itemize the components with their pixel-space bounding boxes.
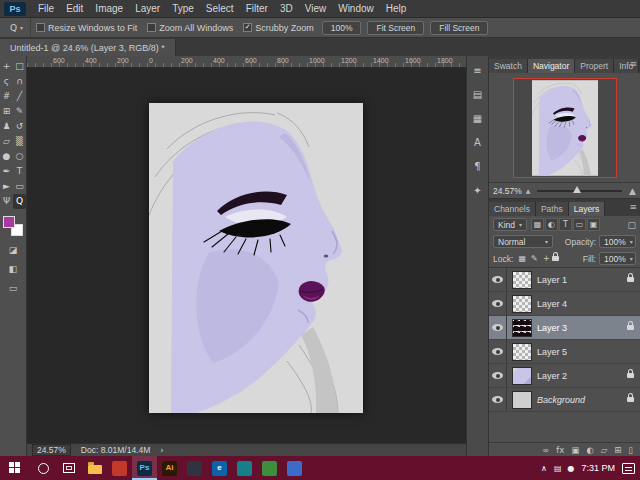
layer-row-background[interactable]: Background xyxy=(489,388,640,412)
visibility-toggle[interactable] xyxy=(489,364,507,387)
tab-propert[interactable]: Propert xyxy=(575,59,614,73)
task-view-button[interactable] xyxy=(56,456,82,480)
eraser-tool[interactable]: ▱ xyxy=(0,134,13,149)
dock-styles-icon[interactable]: ▤ xyxy=(470,88,486,101)
clone-stamp-tool[interactable]: ♟ xyxy=(0,119,13,134)
menu-file[interactable]: File xyxy=(32,0,60,17)
status-chevron-icon[interactable]: › xyxy=(160,445,163,455)
menu-3d[interactable]: 3D xyxy=(274,0,299,17)
taskbar-illustrator[interactable]: Ai xyxy=(157,456,182,480)
button-fill-screen[interactable]: Fill Screen xyxy=(430,21,488,35)
checkbox-resize-windows-to-fit[interactable]: Resize Windows to Fit xyxy=(36,23,137,33)
marquee-tool[interactable]: □ xyxy=(13,59,26,74)
status-zoom-value[interactable]: 24.57% xyxy=(32,444,71,456)
search-button[interactable] xyxy=(30,456,56,480)
link-layers-icon[interactable]: ∞ xyxy=(542,445,549,455)
visibility-toggle[interactable] xyxy=(489,268,507,291)
layer-row-layer-4[interactable]: Layer 4 xyxy=(489,292,640,316)
lock-all-icon[interactable] xyxy=(552,254,564,263)
filter-type-icon[interactable]: T xyxy=(559,218,572,231)
menu-edit[interactable]: Edit xyxy=(60,0,89,17)
action-center-icon[interactable] xyxy=(622,463,635,474)
menu-view[interactable]: View xyxy=(299,0,333,17)
panel-menu-icon[interactable]: ≡ xyxy=(629,59,637,69)
tab-paths[interactable]: Paths xyxy=(536,202,569,216)
zoom-in-icon[interactable]: ▲ xyxy=(629,186,636,196)
visibility-toggle[interactable] xyxy=(489,340,507,363)
checkbox-scrubby-zoom[interactable]: ✓Scrubby Zoom xyxy=(243,23,314,33)
default-colors-icon[interactable]: ◪ xyxy=(7,243,20,258)
path-selection-tool[interactable]: ► xyxy=(0,179,13,194)
move-tool[interactable]: + xyxy=(0,59,13,74)
visibility-toggle[interactable] xyxy=(489,292,507,315)
gradient-tool[interactable]: ▒ xyxy=(13,134,26,149)
navigator-zoom-value[interactable]: 24.57% xyxy=(493,186,522,196)
healing-brush-tool[interactable]: ⊞ xyxy=(0,104,13,119)
dock-history-icon[interactable]: ≡ xyxy=(470,64,486,77)
brush-tool[interactable]: ✎ xyxy=(13,104,26,119)
filter-smart-icon[interactable]: ▣ xyxy=(587,218,600,231)
tab-swatch[interactable]: Swatch xyxy=(489,59,528,73)
fill-dropdown[interactable]: 100% ▾ xyxy=(599,252,636,265)
tray-volume-icon[interactable]: ● xyxy=(567,464,574,473)
clock[interactable]: 7:31 PM xyxy=(581,464,615,473)
tool-preset-picker[interactable]: Q ▾ xyxy=(3,18,31,37)
menu-help[interactable]: Help xyxy=(380,0,413,17)
slider-handle[interactable] xyxy=(573,186,581,193)
dock-collapse-icon[interactable]: ✦ xyxy=(470,184,486,197)
document-page[interactable] xyxy=(149,103,363,413)
layer-thumbnail[interactable] xyxy=(512,295,532,313)
layer-thumbnail[interactable] xyxy=(512,343,532,361)
button-100[interactable]: 100% xyxy=(322,21,362,35)
tab-channels[interactable]: Channels xyxy=(489,202,536,216)
visibility-toggle[interactable] xyxy=(489,388,507,411)
menu-window[interactable]: Window xyxy=(332,0,380,17)
menu-image[interactable]: Image xyxy=(89,0,129,17)
menu-layer[interactable]: Layer xyxy=(129,0,166,17)
pen-tool[interactable]: ✒ xyxy=(0,164,13,179)
opacity-dropdown[interactable]: 100% ▾ xyxy=(599,235,636,248)
filter-shape-icon[interactable]: ▭ xyxy=(573,218,586,231)
taskbar-app-dark[interactable] xyxy=(182,456,207,480)
layer-row-layer-3[interactable]: Layer 3 xyxy=(489,316,640,340)
taskbar-edge[interactable]: e xyxy=(207,456,232,480)
adjustment-layer-icon[interactable]: ◐ xyxy=(586,445,593,455)
button-fit-screen[interactable]: Fit Screen xyxy=(367,21,424,35)
zoom-tool[interactable]: Q xyxy=(13,194,26,209)
menu-filter[interactable]: Filter xyxy=(240,0,274,17)
layer-row-layer-5[interactable]: Layer 5 xyxy=(489,340,640,364)
filter-pixel-icon[interactable]: ▦ xyxy=(531,218,544,231)
layer-thumbnail[interactable] xyxy=(512,391,532,409)
kind-dropdown[interactable]: Kind ▾ xyxy=(493,218,527,231)
add-mask-icon[interactable]: ▣ xyxy=(571,445,579,455)
crop-tool[interactable]: # xyxy=(0,89,13,104)
start-button[interactable] xyxy=(0,456,30,480)
layer-row-layer-2[interactable]: Layer 2 xyxy=(489,364,640,388)
quick-mask-icon[interactable]: ◧ xyxy=(7,262,20,277)
eyedropper-tool[interactable]: ╱ xyxy=(13,89,26,104)
type-tool[interactable]: T xyxy=(13,164,26,179)
filter-adjustment-icon[interactable]: ◐ xyxy=(545,218,558,231)
lock-paint-icon[interactable]: ✎ xyxy=(528,254,540,263)
panel-menu-icon[interactable]: ≡ xyxy=(629,202,637,212)
delete-layer-icon[interactable]: ▯ xyxy=(628,445,633,455)
navigator-zoom-slider[interactable] xyxy=(537,190,622,192)
taskbar-app-green[interactable] xyxy=(257,456,282,480)
tab-layers[interactable]: Layers xyxy=(569,202,606,216)
layer-thumbnail[interactable] xyxy=(512,271,532,289)
checkbox-zoom-all-windows[interactable]: Zoom All Windows xyxy=(147,23,233,33)
blur-tool[interactable]: ● xyxy=(0,149,13,164)
shape-tool[interactable]: ▭ xyxy=(13,179,26,194)
tray-network-icon[interactable]: ▤ xyxy=(554,464,562,473)
layer-row-layer-1[interactable]: Layer 1 xyxy=(489,268,640,292)
layer-thumbnail[interactable] xyxy=(512,319,532,337)
dock-swatches-icon[interactable]: ▦ xyxy=(470,112,486,125)
navigator-proxy-view[interactable] xyxy=(513,78,617,178)
horizontal-ruler[interactable]: 6004002000200400600800100012001400160018… xyxy=(27,56,466,68)
taskbar-file-explorer[interactable] xyxy=(82,456,107,480)
filter-toggle-icon[interactable]: ▢ xyxy=(627,220,636,230)
new-group-icon[interactable]: ▱ xyxy=(601,445,608,455)
quick-selection-tool[interactable]: ∩ xyxy=(13,74,26,89)
new-layer-icon[interactable]: ⊞ xyxy=(614,445,621,455)
dock-paragraph-icon[interactable]: ¶ xyxy=(470,160,486,173)
